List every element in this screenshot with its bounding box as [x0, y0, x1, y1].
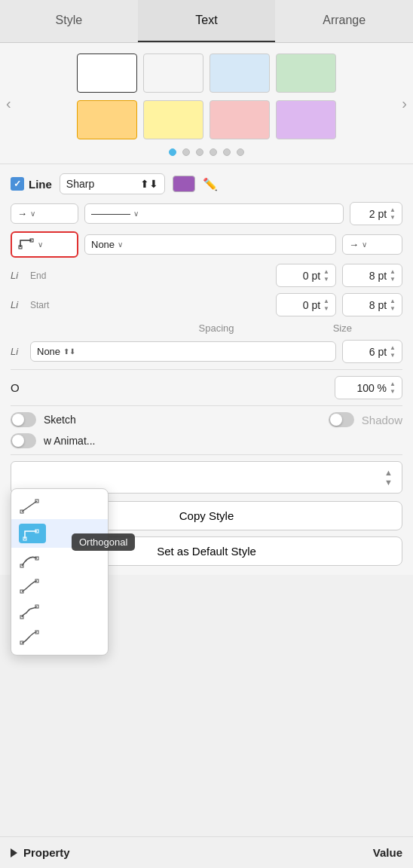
- shadow-toggle[interactable]: [329, 412, 354, 427]
- li-none-dropdown[interactable]: None ⬆⬇: [30, 341, 336, 362]
- dropdown-item-curved2[interactable]: [11, 573, 108, 599]
- li-other-row: Li None ⬆⬇ 6 pt ▲▼: [11, 340, 402, 363]
- property-expand-icon[interactable]: [11, 848, 17, 857]
- line-checkbox-label: ✓ Line: [11, 177, 52, 191]
- dot-6[interactable]: [237, 148, 244, 156]
- swatches-next-button[interactable]: ›: [397, 92, 411, 115]
- li-other-pt-stepper[interactable]: ▲▼: [390, 344, 396, 359]
- line-dash-select[interactable]: ———— ∨: [84, 203, 344, 224]
- sketch-toggle[interactable]: [11, 412, 36, 427]
- li-start-val1-stepper[interactable]: ▲▼: [323, 298, 329, 312]
- li-end-row: Li End 0 pt ▲▼ 8 pt ▲▼: [11, 264, 402, 287]
- swatches-row-top: [12, 53, 401, 93]
- line-checkbox[interactable]: ✓: [11, 177, 24, 191]
- line-label: Line: [29, 178, 52, 191]
- line-dash-dropdown-icon: ∨: [133, 209, 139, 218]
- swatch-pink[interactable]: [210, 100, 270, 139]
- dot-2[interactable]: [182, 148, 190, 156]
- property-bar: Property Value: [0, 836, 413, 868]
- connection-type-dropdown-icon: ∨: [38, 240, 43, 249]
- anim-toggle[interactable]: [11, 433, 36, 448]
- tab-style[interactable]: Style: [0, 0, 138, 42]
- li-end-val1-input[interactable]: 0 pt ▲▼: [276, 264, 336, 287]
- end-cap-dropdown-icon: ∨: [118, 240, 123, 249]
- arrow-end-dropdown-icon: ∨: [362, 240, 367, 249]
- dot-4[interactable]: [210, 148, 217, 156]
- controls-row-1: → ∨ ———— ∨ 2 pt ▲▼: [11, 202, 402, 225]
- swatches-section: ‹ ›: [0, 43, 413, 164]
- swatch-light-blue[interactable]: [210, 53, 270, 93]
- divider-2: [11, 405, 402, 406]
- shadow-label: Shadow: [362, 414, 402, 426]
- dropdown-item-straight[interactable]: [11, 494, 108, 519]
- anim-row: w Animat...: [11, 433, 402, 448]
- swatch-yellow[interactable]: [143, 100, 203, 139]
- li-end-val2-input[interactable]: 8 pt ▲▼: [342, 264, 402, 287]
- li-other-pt-input[interactable]: 6 pt ▲▼: [342, 340, 402, 363]
- arrow-end-select[interactable]: → ∨: [342, 234, 402, 255]
- tabs-bar: Style Text Arrange: [0, 0, 413, 43]
- dot-5[interactable]: [223, 148, 231, 156]
- li-none-dropdown-icon: ⬆⬇: [63, 347, 75, 356]
- swatch-light-gray[interactable]: [143, 53, 203, 93]
- tab-text[interactable]: Text: [138, 0, 276, 42]
- li-end-val1-stepper[interactable]: ▲▼: [323, 268, 329, 283]
- value-label: Value: [213, 846, 403, 859]
- sketch-label: Sketch: [44, 414, 76, 426]
- swatch-white[interactable]: [77, 53, 137, 93]
- connection-type-dropdown-popup: [11, 488, 109, 656]
- line-width-input[interactable]: 2 pt ▲▼: [350, 202, 402, 225]
- dropdown-item-curved4[interactable]: [11, 625, 108, 650]
- dot-1[interactable]: [169, 148, 176, 156]
- li-start-row: Li Start 0 pt ▲▼ 8 pt ▲▼: [11, 293, 402, 316]
- dropdown-arrow-icon: ⬆⬇: [140, 178, 158, 190]
- arrow-start-select[interactable]: → ∨: [11, 203, 78, 224]
- pencil-icon[interactable]: ✏️: [203, 177, 218, 191]
- svg-line-2: [22, 501, 37, 512]
- spacing-size-labels: Spacing Size: [11, 322, 402, 334]
- line-color-swatch[interactable]: [173, 176, 195, 192]
- divider-3: [11, 454, 402, 455]
- arrow-start-dropdown-icon: ∨: [30, 209, 35, 218]
- main-panel: ✓ Line Sharp ⬆⬇ ✏️ → ∨ ———— ∨ 2 pt ▲▼: [0, 164, 413, 575]
- li-start-val2-stepper[interactable]: ▲▼: [390, 298, 396, 312]
- line-width-stepper[interactable]: ▲▼: [390, 206, 396, 221]
- dropdown-item-curved1[interactable]: [11, 548, 108, 573]
- property-label: Property: [23, 846, 213, 859]
- page-dots: [12, 147, 401, 156]
- orthogonal-selected-bg: [19, 524, 46, 543]
- line-style-dropdown[interactable]: Sharp ⬆⬇: [60, 173, 165, 194]
- dropdown-item-curved3[interactable]: [11, 599, 108, 625]
- anim-label: w Animat...: [44, 435, 95, 447]
- opacity-stepper[interactable]: ▲▼: [390, 381, 396, 395]
- divider-1: [11, 369, 402, 370]
- connection-type-select[interactable]: ∨: [11, 231, 78, 258]
- opacity-input[interactable]: 100 % ▲▼: [335, 376, 402, 399]
- tab-arrange[interactable]: Arrange: [275, 0, 413, 42]
- dropdown-item-orthogonal[interactable]: [11, 519, 108, 548]
- li-start-val1-input[interactable]: 0 pt ▲▼: [276, 293, 336, 316]
- line-header-row: ✓ Line Sharp ⬆⬇ ✏️: [11, 173, 402, 194]
- swatches-prev-button[interactable]: ‹: [2, 92, 16, 115]
- bottom-select-stepper[interactable]: ▲▼: [384, 468, 393, 487]
- li-end-val2-stepper[interactable]: ▲▼: [390, 268, 396, 283]
- swatch-light-green[interactable]: [276, 53, 336, 93]
- swatches-row-bottom: [12, 100, 401, 139]
- end-cap-select[interactable]: None ∨: [84, 234, 336, 255]
- dot-3[interactable]: [196, 148, 203, 156]
- opacity-row: O 100 % ▲▼: [11, 376, 402, 399]
- controls-row-2: ∨ None ∨ → ∨: [11, 231, 402, 258]
- swatch-orange[interactable]: [77, 100, 137, 139]
- sketch-shadow-row: Sketch Shadow: [11, 412, 402, 427]
- swatch-purple[interactable]: [276, 100, 336, 139]
- li-start-val2-input[interactable]: 8 pt ▲▼: [342, 293, 402, 316]
